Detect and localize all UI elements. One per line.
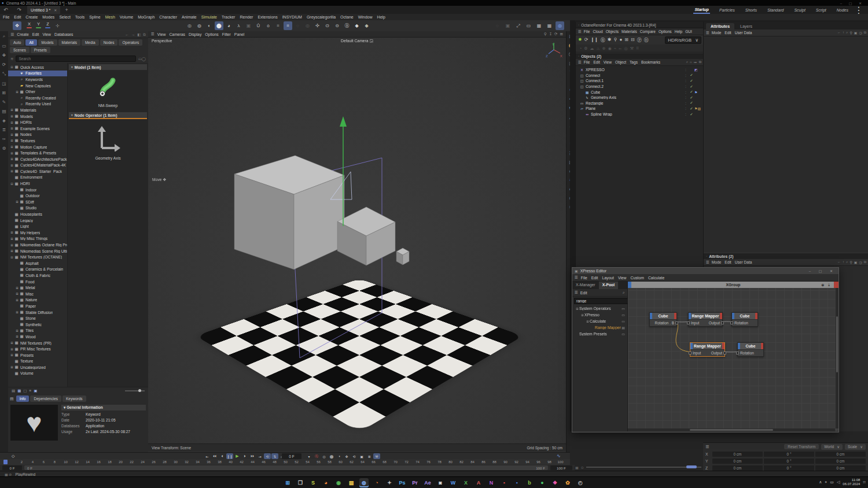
layout-tab[interactable]: Particles [718,7,736,13]
scale-field[interactable]: 0 cm [815,465,866,471]
xpresso-menu-item[interactable]: File [581,276,587,280]
asset-filter-tab[interactable]: Operators [119,39,142,46]
chrome[interactable]: ◉ [334,478,343,487]
box-icon[interactable]: ▣ [244,21,253,30]
selection-icon[interactable]: ▭ [2,43,6,49]
toggle-icon[interactable]: ◯ [142,57,146,61]
xpresso-window-controls[interactable]: – ▢ ✕ [809,269,836,273]
enabled-check-icon[interactable]: ✓ [689,112,694,117]
play-icon[interactable]: ▶ [234,453,241,459]
menu-item[interactable]: Mesh [105,15,115,19]
asset-tree-item[interactable]: ▦ Synthetic [8,321,67,328]
dim-ring-icon[interactable]: ◎ [624,46,628,51]
viewport-menu-view[interactable]: View [157,32,166,36]
dim-target-icon[interactable]: ◉ [608,46,612,51]
burger-icon[interactable]: ☰ [706,31,709,35]
graph-hscrollbar[interactable] [628,428,835,431]
xpool-search-input[interactable] [574,298,630,304]
detail-view-icon[interactable]: ▣ [34,389,37,393]
curve-editor-icon[interactable]: ∿ [557,453,561,459]
axis-dot-icon[interactable]: ȯ [264,21,273,30]
layout-tab[interactable]: Nodes [836,7,849,13]
asset-search-input[interactable] [16,56,136,62]
ramp-icon[interactable]: ⇅ [271,453,278,459]
node-operator-section-header[interactable]: ▾ Node Operator (1 Item) [69,112,147,119]
asset-tree-item[interactable]: ⊞ ▦ SDiff [8,199,67,205]
asset-filter-tab[interactable]: Media [82,39,99,46]
info-tab[interactable]: Dependencies [30,395,61,402]
enabled-check-icon[interactable]: ✓ [689,90,694,94]
minus-circle-icon[interactable]: ⊖ [333,21,341,30]
object-tag-icon[interactable]: ⚑▨ [694,106,704,110]
asset-tree-item[interactable]: ⊞ ▦ Example Scenes [8,125,67,132]
asset-tree-item[interactable]: ⊞ ▦ Wood [8,334,67,340]
render-icon[interactable]: ◍ [195,21,204,30]
window-icon[interactable]: ⧉ [143,32,146,37]
octane-window-title[interactable]: ◦ OctaneRender For Cinema 4D 2023.1.3-[R… [576,22,704,28]
goto-end-icon[interactable]: ⇥ [256,453,263,459]
prev-key-icon[interactable]: ⏴⏴ [211,453,218,459]
viewport-menu-cameras[interactable]: Cameras [169,32,185,36]
menu-item[interactable]: Create [25,15,38,19]
lock-icon[interactable]: ▣ [854,260,858,264]
dropdown-icon[interactable]: ▾ [306,453,312,459]
playhead[interactable] [3,460,8,464]
octane-menu-item[interactable]: Compare [640,29,656,34]
asset-tree-item[interactable]: ▦ Stone [8,315,67,321]
dim-plus-icon[interactable]: ⊕ [602,46,606,51]
search-icon[interactable]: ⌕ [3,34,5,39]
menu-item[interactable]: Modes [42,15,54,19]
menu-item[interactable]: Character [159,15,177,19]
asset-tree-item[interactable]: ⌕ Keywords [8,76,67,83]
sphere-primitive-icon[interactable]: ⬤ [215,21,223,30]
visibility-dots[interactable]: ⁚ [683,90,689,94]
asset-tree-item[interactable]: ⊞ ▦ Tiles [8,328,67,334]
asset-tree-item[interactable]: ⊞ ▦ HDRIs [8,119,67,125]
asset-tree-item[interactable]: ▦ Outdoor [8,193,67,199]
octane-menu-item[interactable]: Options [659,29,672,34]
object-tree-row[interactable]: ▦ Cube ⁚ ✓ ⚑ [576,89,704,95]
asset-tree-item[interactable]: ⊞ ▦ Nature [8,297,67,304]
range-end-field[interactable]: 100 F [550,465,572,470]
pick-p-icon[interactable]: Ⓟ [637,37,642,43]
object-tree-row[interactable]: X XPRESSO ⁚ ◩ [576,67,704,73]
paint[interactable]: ❖ [550,478,560,487]
undo-axis-icon[interactable]: Ů [254,21,263,30]
asset-tree-item[interactable]: ⊞ ▦ Nodes [8,132,67,138]
asset-tree-item[interactable]: ⊞ ▦ My Misc Things [8,236,67,242]
asset-tree-item[interactable]: ⌕ Recently Created [8,95,67,101]
word[interactable]: W [448,478,458,487]
asset-tree-item[interactable]: ⊞ ▦ NM Textures (PR) [8,340,67,346]
dim-gear-icon[interactable]: ⚙ [584,46,587,51]
asset-tree-item[interactable]: ▦ Ceramics & Porcelain [8,267,67,273]
graph-vscrollbar[interactable] [836,288,838,428]
visibility-dots[interactable]: ⁚ [683,95,689,99]
attributes-menu-item[interactable]: Edit [724,31,731,35]
objects-menu-item[interactable]: File [584,60,590,64]
render-settings-icon[interactable]: ◐ [205,21,214,30]
save-frame2-icon[interactable]: ▦ [545,21,554,30]
visibility-dots[interactable]: ⁚ [683,106,689,110]
objects-menu-item[interactable]: View [604,60,612,64]
object-tree-row[interactable]: ↳ Geometry Axis ⁚ ✓ [576,95,704,101]
grid-icon[interactable]: ⌗ [274,21,282,30]
slider-handle[interactable] [686,465,697,468]
capture[interactable]: ◙ [436,478,445,487]
asset-tree-item[interactable]: ⊞ ▦ Cycles4DArchitecturePack-4K [8,156,67,162]
cinema4d[interactable]: ◍ [359,478,369,487]
next-key-icon[interactable]: ⏵⏵ [249,453,256,459]
objects-menu-item[interactable]: Object [615,60,626,64]
octane-menu-item[interactable]: GUI [685,29,692,34]
burger-icon[interactable]: ☰ [705,445,709,449]
asset-tree-item[interactable]: ⊟ ▦ NM Textures (OCTANE) [8,254,67,260]
camera-label[interactable]: Default Camera ◲ [148,39,566,43]
xpresso-menu-item[interactable]: Calculate [648,276,664,280]
undo-icon[interactable]: ↶ [3,7,10,13]
visibility-dots[interactable]: ⁚ [683,73,689,77]
asset-tree-item[interactable]: ⊞ ▦ Misc [8,291,67,297]
lock-icon[interactable]: ⚲ [614,37,617,43]
layers-icon[interactable]: ▤ [2,109,6,114]
asset-menu-create[interactable]: Create [17,32,28,36]
notification-bell-icon[interactable]: ⍾ [863,480,866,485]
asset-tree-item[interactable]: ⊞ ▦ Stable Diffusion [8,309,67,316]
